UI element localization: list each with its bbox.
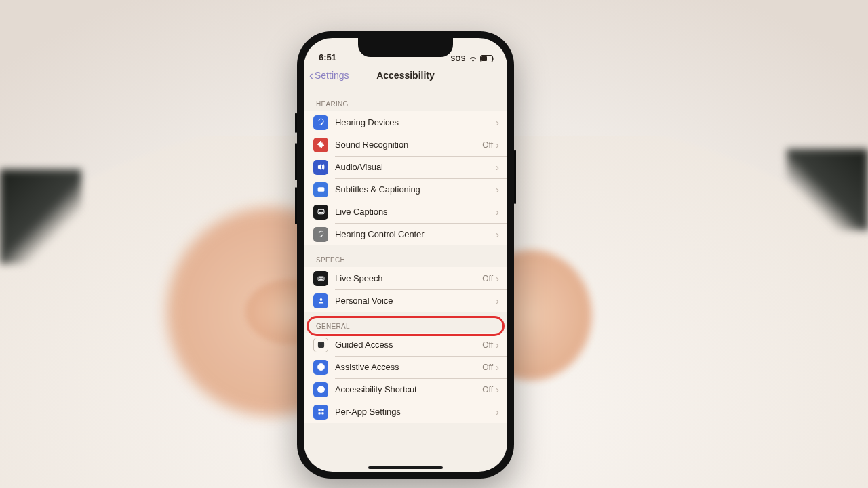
back-label: Settings bbox=[315, 70, 349, 81]
sos-indicator: SOS bbox=[450, 55, 466, 62]
chevron-right-icon: › bbox=[496, 384, 499, 394]
nav-bar: ‹ Settings Accessibility bbox=[304, 64, 507, 87]
svg-rect-8 bbox=[321, 212, 323, 213]
section-group-hearing: Hearing Devices › Sound Recognition Off … bbox=[304, 111, 507, 245]
volume-up-button bbox=[295, 143, 297, 180]
svg-rect-23 bbox=[321, 409, 323, 411]
row-detail: Off bbox=[482, 340, 493, 350]
svg-point-21 bbox=[320, 387, 321, 388]
svg-point-15 bbox=[319, 298, 322, 301]
page-title: Accessibility bbox=[376, 70, 435, 81]
svg-point-11 bbox=[320, 277, 321, 278]
svg-point-13 bbox=[322, 277, 323, 278]
svg-rect-25 bbox=[321, 412, 323, 414]
iphone-device: 6:51 SOS ‹ Settings Accessibility bbox=[297, 31, 514, 479]
svg-rect-7 bbox=[319, 212, 321, 213]
keyboard-speech-icon bbox=[313, 271, 328, 286]
row-personal-voice[interactable]: Personal Voice › bbox=[304, 289, 507, 312]
chevron-left-icon: ‹ bbox=[309, 69, 313, 81]
status-right-cluster: SOS bbox=[450, 55, 495, 62]
waveform-icon bbox=[313, 138, 328, 152]
svg-rect-3 bbox=[317, 187, 324, 192]
caption-icon bbox=[313, 182, 328, 197]
row-accessibility-shortcut[interactable]: Accessibility Shortcut Off › bbox=[304, 378, 507, 401]
svg-point-19 bbox=[320, 365, 321, 366]
section-group-speech: Live Speech Off › Personal Voice › bbox=[304, 267, 507, 312]
wifi-icon bbox=[469, 56, 477, 62]
svg-rect-4 bbox=[319, 190, 321, 190]
settings-scroll-content[interactable]: HEARING Hearing Devices › Sound Recognit… bbox=[304, 85, 507, 472]
mute-switch bbox=[295, 113, 297, 133]
row-label: Live Captions bbox=[335, 207, 496, 217]
row-label: Per-App Settings bbox=[335, 407, 496, 417]
battery-icon bbox=[480, 55, 495, 62]
row-label: Hearing Devices bbox=[335, 117, 496, 127]
row-label: Assistive Access bbox=[335, 362, 482, 372]
back-button[interactable]: ‹ Settings bbox=[309, 64, 349, 87]
svg-rect-24 bbox=[318, 412, 320, 414]
row-assistive-access[interactable]: Assistive Access Off › bbox=[304, 356, 507, 378]
power-button bbox=[514, 150, 516, 204]
home-indicator[interactable] bbox=[368, 466, 443, 469]
row-label: Personal Voice bbox=[335, 296, 496, 306]
row-audio-visual[interactable]: Audio/Visual › bbox=[304, 156, 507, 178]
svg-rect-22 bbox=[318, 409, 320, 411]
row-label: Accessibility Shortcut bbox=[335, 384, 482, 394]
row-per-app-settings[interactable]: Per-App Settings › bbox=[304, 401, 507, 423]
row-live-speech[interactable]: Live Speech Off › bbox=[304, 267, 507, 289]
row-label: Guided Access bbox=[335, 340, 482, 350]
row-label: Live Speech bbox=[335, 273, 482, 283]
row-live-captions[interactable]: Live Captions › bbox=[304, 201, 507, 223]
speaker-icon bbox=[313, 160, 328, 175]
chevron-right-icon: › bbox=[496, 184, 499, 195]
photo-background: 6:51 SOS ‹ Settings Accessibility bbox=[0, 0, 868, 488]
svg-point-12 bbox=[321, 277, 321, 278]
notch bbox=[358, 38, 453, 57]
ear-control-icon bbox=[313, 227, 328, 242]
svg-rect-6 bbox=[318, 209, 324, 214]
row-detail: Off bbox=[482, 274, 493, 283]
chevron-right-icon: › bbox=[496, 207, 499, 217]
background-shadow-right bbox=[787, 149, 868, 230]
lock-frame-icon bbox=[313, 338, 328, 352]
row-hearing-control-center[interactable]: Hearing Control Center › bbox=[304, 223, 507, 245]
ear-icon bbox=[313, 115, 328, 130]
svg-rect-17 bbox=[320, 344, 322, 346]
chevron-right-icon: › bbox=[496, 162, 499, 172]
row-detail: Off bbox=[482, 385, 493, 394]
row-sound-recognition[interactable]: Sound Recognition Off › bbox=[304, 134, 507, 156]
svg-rect-5 bbox=[322, 190, 323, 190]
chevron-right-icon: › bbox=[496, 140, 499, 150]
section-header-hearing: HEARING bbox=[304, 85, 507, 111]
status-time: 6:51 bbox=[319, 52, 336, 62]
chevron-right-icon: › bbox=[496, 273, 499, 283]
chevron-right-icon: › bbox=[496, 407, 499, 417]
chevron-right-icon: › bbox=[496, 229, 499, 239]
chevron-right-icon: › bbox=[496, 117, 499, 127]
row-hearing-devices[interactable]: Hearing Devices › bbox=[304, 111, 507, 134]
apps-grid-icon bbox=[313, 405, 328, 420]
chevron-right-icon: › bbox=[496, 362, 499, 372]
background-shadow-left bbox=[0, 169, 81, 264]
person-voice-icon bbox=[313, 293, 328, 308]
svg-rect-1 bbox=[481, 56, 487, 61]
accessibility-icon bbox=[313, 382, 328, 397]
row-label: Sound Recognition bbox=[335, 140, 482, 150]
row-subtitles-captioning[interactable]: Subtitles & Captioning › bbox=[304, 178, 507, 201]
row-detail: Off bbox=[482, 140, 493, 150]
chevron-right-icon: › bbox=[496, 296, 499, 306]
svg-rect-2 bbox=[494, 58, 495, 60]
volume-down-button bbox=[295, 187, 297, 224]
svg-rect-14 bbox=[319, 279, 322, 280]
phone-screen: 6:51 SOS ‹ Settings Accessibility bbox=[304, 38, 507, 472]
row-label: Audio/Visual bbox=[335, 162, 496, 172]
live-caption-icon bbox=[313, 205, 328, 220]
row-label: Subtitles & Captioning bbox=[335, 184, 496, 195]
section-header-general: GENERAL bbox=[304, 312, 507, 333]
assistive-access-icon bbox=[313, 360, 328, 375]
svg-point-10 bbox=[319, 277, 319, 278]
row-label: Hearing Control Center bbox=[335, 229, 496, 239]
row-detail: Off bbox=[482, 363, 493, 372]
section-group-general: Guided Access Off › Assistive Access Off… bbox=[304, 333, 507, 423]
row-guided-access[interactable]: Guided Access Off › bbox=[304, 333, 507, 356]
